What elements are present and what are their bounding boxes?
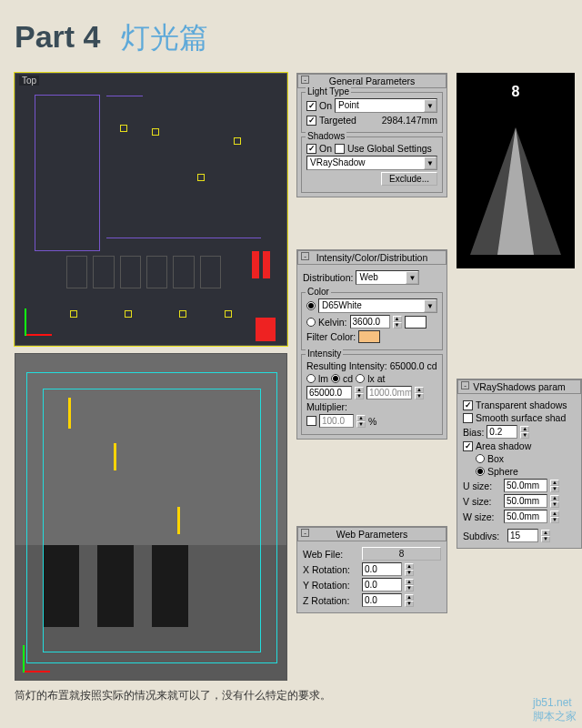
- color-preset-radio[interactable]: [306, 301, 316, 310]
- exclude-button[interactable]: Exclude...: [381, 172, 437, 186]
- multiplier-input[interactable]: 100.0: [319, 414, 354, 428]
- chevron-down-icon: ▼: [424, 99, 436, 112]
- ies-preview: 8: [457, 73, 575, 268]
- page-title-part: Part 4: [15, 19, 101, 54]
- rollout-intensity-color-distribution: -Intensity/Color/Distribution Distributi…: [296, 249, 447, 440]
- targeted-value: 2984.147mm: [382, 115, 437, 126]
- ies-preview-label: 8: [457, 73, 575, 106]
- zrot-spinner[interactable]: ▲▼: [405, 594, 414, 607]
- bias-spinner[interactable]: ▲▼: [520, 426, 529, 439]
- xrot-input[interactable]: 0.0: [362, 562, 402, 576]
- rollout-header[interactable]: -Intensity/Color/Distribution: [297, 250, 447, 265]
- zrot-input[interactable]: 0.0: [362, 593, 402, 607]
- yrot-spinner[interactable]: ▲▼: [405, 579, 414, 592]
- resulting-intensity: Resulting Intensity: 65000.0 cd: [306, 360, 437, 371]
- axis-gizmo: [25, 299, 61, 336]
- collapse-icon[interactable]: -: [461, 381, 469, 389]
- collapse-icon[interactable]: -: [301, 252, 309, 260]
- shadow-type-dropdown[interactable]: VRayShadow▼: [306, 156, 437, 170]
- web-file-button[interactable]: 8: [362, 547, 441, 561]
- light-on-checkbox[interactable]: [306, 101, 316, 111]
- viewport-top-label: Top: [19, 76, 39, 86]
- kelvin-radio[interactable]: [306, 318, 316, 327]
- xrot-spinner[interactable]: ▲▼: [405, 563, 414, 576]
- intensity-distance-input: 1000.0mm: [366, 386, 412, 399]
- shape-box-radio[interactable]: [476, 454, 485, 463]
- kelvin-swatch[interactable]: [405, 316, 426, 329]
- collapse-icon[interactable]: -: [301, 76, 309, 84]
- subdivs-spinner[interactable]: ▲▼: [541, 530, 550, 542]
- caption-text: 筒灯的布置就按照实际的情况来就可以了，没有什么特定的要求。: [15, 688, 331, 703]
- rollout-web-parameters: -Web Parameters Web File: 8 X Rotation: …: [296, 526, 447, 613]
- shape-sphere-radio[interactable]: [476, 467, 485, 476]
- vsize-input[interactable]: 50.0mm: [504, 494, 547, 508]
- area-shadow-checkbox[interactable]: [463, 441, 473, 451]
- light-type-dropdown[interactable]: Point▼: [335, 98, 437, 113]
- use-global-checkbox[interactable]: [335, 144, 345, 154]
- rollout-general-parameters: -General Parameters Light Type On Point▼…: [296, 73, 447, 197]
- intensity-input[interactable]: 65000.0: [306, 386, 352, 399]
- usize-spinner[interactable]: ▲▼: [550, 480, 559, 492]
- shadows-on-checkbox[interactable]: [306, 144, 316, 154]
- intensity-distance-spinner: ▲▼: [415, 387, 424, 399]
- yrot-input[interactable]: 0.0: [362, 578, 402, 592]
- page-title-sub: 灯光篇: [121, 21, 208, 54]
- kelvin-input[interactable]: 3600.0: [350, 315, 390, 329]
- watermark: jb51.net脚本之家: [533, 696, 577, 724]
- axis-gizmo-persp: [23, 636, 59, 672]
- unit-lm-radio[interactable]: [306, 374, 316, 383]
- wsize-spinner[interactable]: ▲▼: [550, 511, 559, 523]
- chevron-down-icon: ▼: [406, 271, 418, 284]
- unit-cd-radio[interactable]: [331, 374, 340, 383]
- subdivs-input[interactable]: 15: [507, 529, 538, 542]
- filter-color-swatch[interactable]: [358, 330, 380, 343]
- wsize-input[interactable]: 50.0mm: [504, 510, 547, 523]
- viewport-top[interactable]: Top: [15, 73, 287, 346]
- rollout-header[interactable]: -Web Parameters: [297, 527, 447, 541]
- color-preset-dropdown[interactable]: D65White▼: [318, 298, 437, 313]
- usize-input[interactable]: 50.0mm: [504, 479, 547, 492]
- chevron-down-icon: ▼: [424, 157, 436, 169]
- vsize-spinner[interactable]: ▲▼: [550, 495, 559, 508]
- targeted-checkbox[interactable]: [306, 116, 316, 126]
- multiplier-spinner[interactable]: ▲▼: [356, 415, 366, 428]
- kelvin-spinner[interactable]: ▲▼: [393, 316, 402, 329]
- viewport-perspective[interactable]: Persp: [15, 353, 287, 681]
- transparent-shadows-checkbox[interactable]: [463, 400, 473, 410]
- intensity-spinner[interactable]: ▲▼: [355, 387, 364, 399]
- distribution-dropdown[interactable]: Web▼: [356, 270, 419, 285]
- smooth-surface-checkbox[interactable]: [463, 413, 473, 423]
- rollout-vrayshadows: -VRayShadows param Transparent shadows S…: [457, 379, 582, 549]
- unit-lxat-radio[interactable]: [356, 374, 365, 383]
- multiplier-checkbox[interactable]: [306, 416, 316, 426]
- bias-input[interactable]: 0.2: [487, 425, 517, 439]
- chevron-down-icon: ▼: [424, 299, 436, 312]
- collapse-icon[interactable]: -: [301, 529, 309, 537]
- rollout-header[interactable]: -VRayShadows param: [457, 379, 581, 394]
